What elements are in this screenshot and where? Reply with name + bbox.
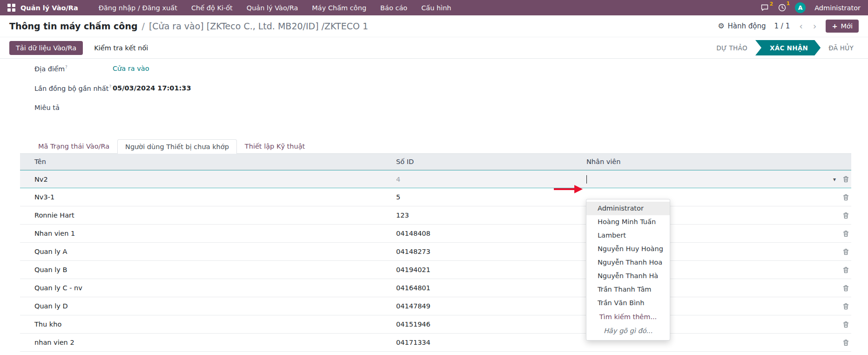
topbar-menu: Đăng nhập / Đăng xuấtChế độ Ki-ốtQuản lý… — [99, 4, 451, 12]
clock-icon — [778, 4, 786, 12]
gear-icon: ⚙ — [718, 22, 724, 30]
field-value-0[interactable]: Cửa ra vào — [113, 65, 149, 72]
dropdown-item-0[interactable]: Administrator — [586, 202, 670, 215]
table-header-row: TênSố IDNhân viên — [20, 154, 851, 170]
breadcrumb-title[interactable]: Thông tin máy chấm công — [9, 21, 138, 31]
tab-0[interactable]: Mã Trạng thái Vào/Ra — [30, 139, 117, 153]
table-row-0[interactable]: Nv2 4 ▾ — [20, 170, 851, 188]
status-state-2[interactable]: ĐÃ HỦY — [821, 40, 861, 55]
dropdown-start-typing: Hãy gõ gì đó... — [586, 324, 670, 338]
field-help-icon: ? — [109, 84, 111, 89]
delete-row-button[interactable] — [841, 285, 851, 292]
delete-row-button[interactable] — [841, 230, 851, 237]
cell-name: Quan ly A — [20, 248, 390, 255]
cell-name: nhan vien 2 — [20, 339, 390, 346]
annotation-arrow-icon — [553, 184, 584, 195]
dropdown-caret-icon[interactable]: ▾ — [833, 176, 836, 183]
breadcrumb-separator: / — [142, 21, 145, 31]
table-row-8[interactable]: Thu kho 04151946 — [20, 315, 851, 334]
cell-name: Quan ly D — [20, 302, 390, 310]
dropdown-item-1[interactable]: Hoàng Minh Tuấn — [586, 215, 670, 229]
form-field-2: Miêu tả — [34, 104, 868, 113]
cell-id: 04171334 — [390, 339, 582, 346]
topbar-menu-item-3[interactable]: Máy Chấm công — [312, 4, 366, 12]
trash-icon — [842, 285, 849, 292]
status-state-0[interactable]: DỰ THẢO — [708, 40, 755, 55]
new-record-label: Mới — [841, 22, 853, 30]
new-record-button[interactable]: + Mới — [826, 20, 859, 33]
table-row-2[interactable]: Ronnie Hart 123 — [20, 206, 851, 225]
delete-row-button[interactable] — [841, 248, 851, 255]
dropdown-search-more[interactable]: Tìm kiếm thêm... — [586, 310, 670, 324]
actions-label: Hành động — [728, 22, 766, 30]
trash-icon — [842, 176, 849, 183]
dropdown-item-4[interactable]: Nguyễn Thanh Hoa — [586, 256, 670, 269]
activities-icon[interactable]: 1 — [778, 4, 786, 12]
plus-icon: + — [832, 22, 837, 30]
form-field-1: Lần đồng bộ gần nhất?05/03/2024 17:01:33 — [34, 84, 868, 94]
table-row-1[interactable]: Nv3-1 5 — [20, 188, 851, 206]
employee-dropdown: AdministratorHoàng Minh TuấnLambertNguyễ… — [586, 199, 670, 341]
app-name[interactable]: Quản lý Vào/Ra — [20, 4, 78, 12]
actions-menu-button[interactable]: ⚙ Hành động — [718, 22, 766, 30]
user-name[interactable]: Administrator — [814, 4, 861, 12]
field-label-2: Miêu tả — [34, 104, 113, 111]
cell-name: Ronnie Hart — [20, 212, 390, 219]
dropdown-item-2[interactable]: Lambert — [586, 229, 670, 242]
pager-previous-icon[interactable]: ‹ — [798, 22, 804, 31]
dropdown-item-6[interactable]: Trần Thanh Tâm — [586, 283, 670, 296]
pager-next-icon[interactable]: › — [812, 22, 818, 31]
cell-name: Quan ly B — [20, 266, 390, 273]
tab-2[interactable]: Thiết lập Kỹ thuật — [237, 139, 313, 153]
topbar-menu-item-2[interactable]: Quản lý Vào/Ra — [247, 4, 298, 12]
cell-id: 04147849 — [390, 302, 582, 310]
form-fields: Địa điểm?Cửa ra vàoLần đồng bộ gần nhất?… — [0, 59, 868, 113]
delete-row-button[interactable] — [841, 176, 851, 183]
field-label-1: Lần đồng bộ gần nhất? — [34, 84, 113, 92]
trash-icon — [842, 303, 849, 310]
status-bar: Tải dữ liệu Vào/RaKiểm tra kết nối DỰ TH… — [0, 37, 868, 59]
topbar-menu-item-0[interactable]: Đăng nhập / Đăng xuất — [99, 4, 177, 12]
status-state-1[interactable]: XÁC NHẬN — [755, 40, 821, 55]
delete-row-button[interactable] — [841, 212, 851, 219]
table-body: Nv2 4 ▾ Nv3-1 5 Ronnie Hart 123 Nhan vie… — [20, 170, 851, 352]
table-row-3[interactable]: Nhan vien 1 04148408 — [20, 225, 851, 243]
tabs: Mã Trạng thái Vào/RaNgười dùng Thiết bị … — [20, 138, 851, 154]
table-row-6[interactable]: Quan ly C - nv 04164801 — [20, 279, 851, 297]
tab-1[interactable]: Người dùng Thiết bị chưa khớp — [117, 139, 237, 154]
column-header-2[interactable]: Nhân viên — [582, 158, 841, 165]
delete-row-button[interactable] — [841, 321, 851, 328]
cell-id: 04194021 — [390, 266, 582, 273]
cell-id: 4 — [390, 176, 582, 183]
apps-grid-icon[interactable] — [7, 4, 15, 12]
trash-icon — [842, 194, 849, 201]
table-row-5[interactable]: Quan ly B 04194021 — [20, 261, 851, 279]
delete-row-button[interactable] — [841, 266, 851, 273]
dropdown-item-5[interactable]: Nguyễn Thanh Hà — [586, 269, 670, 283]
table-row-7[interactable]: Quan ly D 04147849 — [20, 297, 851, 315]
dropdown-item-7[interactable]: Trần Văn Bình — [586, 296, 670, 310]
dropdown-item-3[interactable]: Nguyễn Huy Hoàng — [586, 242, 670, 256]
cell-employee-input[interactable]: ▾ — [582, 171, 841, 188]
breadcrumb-record: [Cửa ra vào] [ZKTeco C., Ltd. MB20/ID] /… — [149, 21, 368, 31]
table-row-4[interactable]: Quan ly A 04148273 — [20, 243, 851, 261]
delete-row-button[interactable] — [841, 194, 851, 201]
topbar-menu-item-4[interactable]: Báo cáo — [380, 4, 407, 12]
messages-badge: 2 — [769, 1, 773, 7]
column-header-0[interactable]: Tên — [20, 158, 390, 165]
table-row-9[interactable]: nhan vien 2 04171334 — [20, 334, 851, 352]
field-value-1: 05/03/2024 17:01:33 — [113, 84, 191, 92]
messages-icon[interactable]: 2 — [761, 4, 769, 12]
statusbar-button-0[interactable]: Tải dữ liệu Vào/Ra — [9, 41, 83, 55]
delete-row-button[interactable] — [841, 303, 851, 310]
delete-row-button[interactable] — [841, 339, 851, 346]
cell-name: Thu kho — [20, 321, 390, 328]
cell-id: 04164801 — [390, 284, 582, 292]
statusbar-button-1[interactable]: Kiểm tra kết nối — [89, 41, 153, 55]
column-header-1[interactable]: Số ID — [390, 158, 582, 165]
topbar-right: 2 1 A Administrator — [761, 2, 861, 13]
topbar-menu-item-5[interactable]: Cấu hình — [421, 4, 451, 12]
cell-id: 04148273 — [390, 248, 582, 255]
user-avatar[interactable]: A — [795, 2, 806, 13]
topbar-menu-item-1[interactable]: Chế độ Ki-ốt — [191, 4, 233, 12]
